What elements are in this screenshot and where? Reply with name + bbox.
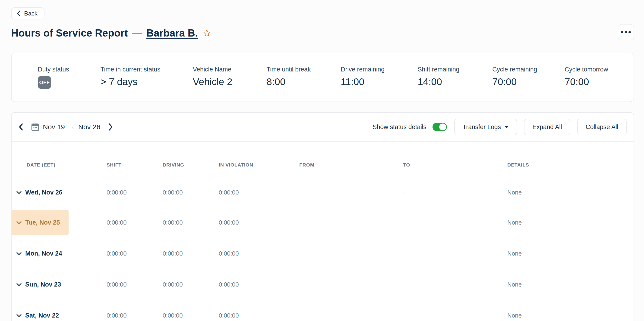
stat-value: 14:00 [418, 76, 492, 87]
column-header-details: DETAILS [507, 162, 529, 168]
show-status-details-label: Show status details [372, 124, 426, 131]
expand-all-button[interactable]: Expand All [524, 119, 570, 135]
show-status-details-toggle[interactable] [432, 123, 447, 131]
page-header: Hours of Service Report — Barbara B. [0, 27, 644, 39]
more-options-button[interactable] [618, 24, 634, 40]
row-date: Sat, Nov 22 [25, 312, 59, 319]
table-row: Sat, Nov 220:00:000:00:000:00:00--None [12, 300, 634, 321]
date-cell[interactable]: Wed, Nov 26 [12, 180, 68, 205]
date-cell[interactable]: Sat, Nov 22 [12, 303, 68, 321]
date-range-start: Nov 19 [43, 123, 65, 131]
in-violation-value: 0:00:00 [219, 219, 239, 226]
column-header-driving: DRIVING [162, 162, 184, 168]
details-value: None [507, 250, 522, 257]
column-header-to: TO [403, 162, 410, 168]
from-value: - [299, 219, 302, 226]
transfer-logs-button[interactable]: Transfer Logs [454, 119, 517, 135]
stat-label: Shift remaining [418, 66, 492, 73]
stat-value: 8:00 [267, 76, 341, 87]
table-row: Tue, Nov 250:00:000:00:000:00:00--None [12, 207, 634, 238]
date-cell[interactable]: Tue, Nov 25 [12, 210, 68, 235]
table-row: Wed, Nov 260:00:000:00:000:00:00--None [12, 178, 634, 207]
collapse-all-button[interactable]: Collapse All [577, 119, 627, 135]
hos-stats-card: Duty status OFF Time in current status >… [11, 53, 634, 102]
column-header-in-violation: IN VIOLATION [219, 162, 253, 168]
toggle-knob [439, 124, 446, 131]
stat-time-until-break: Time until break 8:00 [267, 66, 341, 102]
ellipsis-icon [628, 31, 631, 33]
date-range-selector[interactable]: Nov 19 → Nov 26 [43, 123, 100, 131]
to-value: - [403, 189, 405, 196]
table-body: Wed, Nov 260:00:000:00:000:00:00--NoneTu… [12, 178, 634, 321]
driving-value: 0:00:00 [162, 219, 183, 226]
transfer-logs-label: Transfer Logs [462, 124, 501, 131]
stat-label: Cycle tomorrow [565, 66, 634, 73]
star-icon[interactable] [203, 29, 211, 37]
row-date: Mon, Nov 24 [25, 250, 62, 257]
to-value: - [403, 312, 405, 319]
chevron-down-icon[interactable] [16, 252, 22, 255]
stat-label: Time in current status [100, 66, 193, 73]
stat-label: Drive remaining [341, 66, 418, 73]
column-header-date: DATE (EET) [27, 162, 55, 168]
from-value: - [299, 281, 302, 288]
driving-value: 0:00:00 [162, 281, 183, 288]
ellipsis-icon [621, 31, 624, 33]
from-value: - [299, 189, 302, 196]
chevron-left-icon [17, 10, 21, 17]
page-title: Hours of Service Report — Barbara B. [11, 27, 634, 39]
date-cell[interactable]: Mon, Nov 24 [12, 241, 68, 266]
row-date: Sun, Nov 23 [25, 281, 61, 288]
to-value: - [403, 219, 405, 226]
collapse-all-label: Collapse All [586, 124, 618, 131]
column-header-shift: SHIFT [106, 162, 122, 168]
shift-value: 0:00:00 [106, 312, 127, 319]
title-separator: — [132, 27, 142, 39]
calendar-icon [31, 123, 39, 131]
stat-cycle-tomorrow: Cycle tomorrow 70:00 [565, 66, 634, 102]
report-title-text: Hours of Service Report [11, 27, 128, 39]
prev-date-range-button[interactable] [18, 123, 24, 131]
date-range-end: Nov 26 [78, 123, 100, 131]
in-violation-value: 0:00:00 [219, 189, 239, 196]
shift-value: 0:00:00 [106, 189, 127, 196]
in-violation-value: 0:00:00 [219, 281, 239, 288]
shift-value: 0:00:00 [106, 281, 127, 288]
next-date-range-button[interactable] [108, 123, 113, 131]
table-header: DATE (EET) SHIFT DRIVING IN VIOLATION FR… [12, 142, 634, 178]
to-value: - [403, 281, 405, 288]
chevron-down-icon[interactable] [16, 283, 22, 286]
row-date: Tue, Nov 25 [25, 219, 60, 226]
stat-drive-remaining: Drive remaining 11:00 [341, 66, 418, 102]
chevron-right-icon [108, 123, 113, 131]
details-value: None [507, 312, 522, 319]
back-button[interactable]: Back [11, 7, 44, 19]
back-label: Back [24, 10, 38, 17]
toolbar-actions: Show status details Transfer Logs Expand… [372, 119, 627, 135]
in-violation-value: 0:00:00 [219, 312, 239, 319]
stat-vehicle-name: Vehicle Name Vehicle 2 [193, 66, 266, 102]
driver-name-link[interactable]: Barbara B. [146, 27, 198, 39]
table-row: Sun, Nov 230:00:000:00:000:00:00--None [12, 269, 634, 300]
stat-value: > 7 days [100, 76, 193, 87]
arrow-right-icon: → [68, 123, 75, 131]
driving-value: 0:00:00 [162, 189, 183, 196]
row-date: Wed, Nov 26 [25, 189, 62, 196]
chevron-down-icon[interactable] [16, 314, 22, 317]
details-value: None [507, 189, 522, 196]
driving-value: 0:00:00 [162, 312, 183, 319]
expand-all-label: Expand All [532, 124, 562, 131]
to-value: - [403, 250, 405, 257]
duty-status-badge: OFF [38, 76, 51, 89]
details-value: None [507, 281, 522, 288]
stat-time-in-current-status: Time in current status > 7 days [100, 66, 193, 102]
chevron-down-icon[interactable] [16, 191, 22, 194]
logs-panel: Nov 19 → Nov 26 Show status details Tran… [11, 112, 634, 321]
caret-down-icon [504, 126, 509, 128]
hos-report-page: Back Hours of Service Report — Barbara B… [0, 0, 644, 321]
stat-label: Vehicle Name [193, 66, 266, 73]
chevron-down-icon[interactable] [16, 221, 22, 224]
date-cell[interactable]: Sun, Nov 23 [12, 272, 68, 297]
stat-shift-remaining: Shift remaining 14:00 [418, 66, 492, 102]
details-value: None [507, 219, 522, 226]
